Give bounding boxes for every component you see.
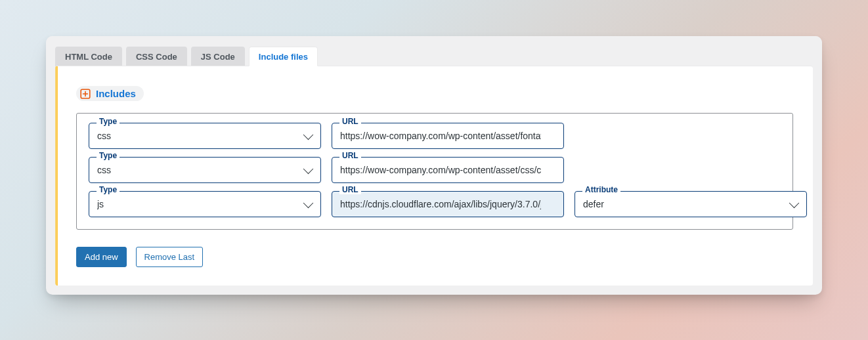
type-select[interactable]: css	[89, 123, 321, 149]
tab-css-code[interactable]: CSS Code	[126, 47, 187, 66]
tab-include-files[interactable]: Include files	[249, 47, 318, 66]
include-row: Type css URL	[89, 123, 781, 149]
includes-rows: Type css URL Type css	[76, 113, 793, 230]
section-header: Includes	[76, 86, 144, 101]
tab-js-code[interactable]: JS Code	[191, 47, 245, 66]
attribute-select[interactable]: defer	[575, 191, 807, 217]
include-row: Type css URL	[89, 157, 781, 183]
tabs-row: HTML Code CSS Code JS Code Include files	[46, 36, 822, 66]
type-select[interactable]: js	[89, 191, 321, 217]
type-select[interactable]: css	[89, 157, 321, 183]
url-input[interactable]	[332, 123, 564, 149]
url-field: URL	[332, 191, 564, 217]
tab-html-code[interactable]: HTML Code	[55, 47, 122, 66]
plus-square-icon	[80, 89, 91, 99]
include-row: Type js URL Attribute defer	[89, 191, 781, 217]
type-field: Type css	[89, 157, 321, 183]
url-field: URL	[332, 123, 564, 149]
url-input[interactable]	[332, 157, 564, 183]
remove-last-button[interactable]: Remove Last	[136, 247, 204, 267]
type-field: Type css	[89, 123, 321, 149]
type-field: Type js	[89, 191, 321, 217]
buttons-row: Add new Remove Last	[76, 247, 793, 267]
section-title: Includes	[96, 88, 136, 99]
settings-panel: HTML Code CSS Code JS Code Include files…	[46, 36, 822, 295]
add-new-button[interactable]: Add new	[76, 247, 127, 267]
url-field: URL	[332, 157, 564, 183]
attribute-field: Attribute defer	[575, 191, 807, 217]
tab-content: Includes Type css URL Type	[55, 66, 813, 286]
url-input[interactable]	[332, 191, 564, 217]
